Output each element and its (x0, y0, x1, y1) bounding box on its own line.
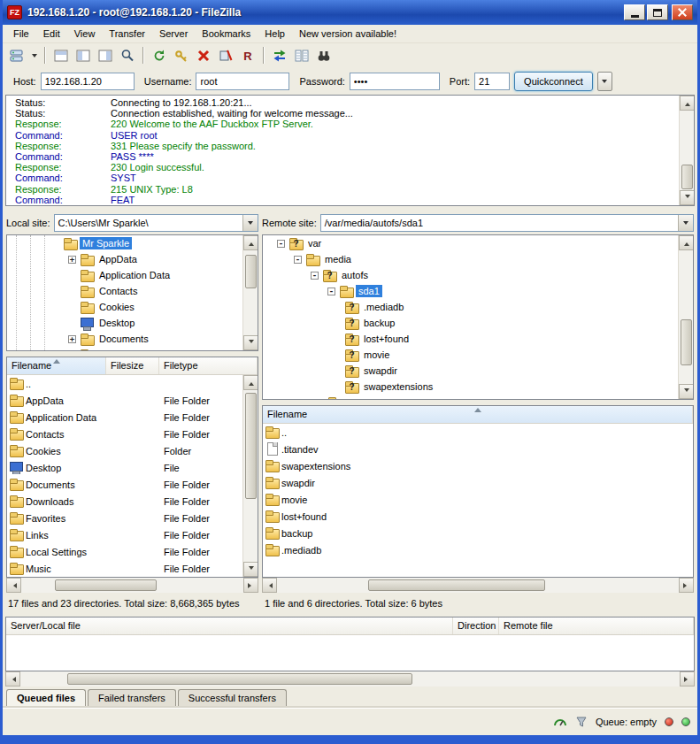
local-list-hscrollbar[interactable] (6, 578, 258, 593)
quickconnect-dropdown[interactable] (597, 72, 612, 91)
file-row[interactable]: swapdir (263, 474, 693, 491)
local-site-combobox[interactable]: C:\Users\Mr Sparkle\ (54, 214, 258, 232)
column-header-direction[interactable]: Direction (453, 617, 499, 634)
scroll-down-button[interactable] (679, 384, 694, 399)
process-queue-button[interactable] (171, 45, 192, 65)
file-row[interactable]: MusicFile Folder (7, 560, 258, 577)
menu-file[interactable]: File (6, 26, 36, 42)
column-header-filename[interactable]: Filename (263, 406, 693, 423)
file-row[interactable]: movie (263, 491, 693, 508)
menu-bookmarks[interactable]: Bookmarks (195, 26, 258, 42)
tree-item[interactable]: backup (263, 315, 693, 331)
file-row[interactable]: Local SettingsFile Folder (7, 543, 258, 560)
tree-item[interactable]: swapdir (263, 363, 693, 379)
local-tree-vscrollbar[interactable] (242, 235, 258, 350)
toggle-message-log-button[interactable] (50, 45, 72, 65)
filter-icon[interactable] (575, 716, 588, 728)
combo-dropdown-button[interactable] (678, 215, 693, 231)
scroll-left-button[interactable] (262, 578, 277, 593)
tree-item[interactable]: Contacts (7, 283, 258, 299)
scrollbar-thumb[interactable] (681, 165, 693, 189)
tree-item[interactable]: .mediadb (263, 299, 693, 315)
expander-icon[interactable]: - (277, 240, 285, 248)
scrollbar-thumb[interactable] (67, 673, 412, 685)
tab-successful-transfers[interactable]: Successful transfers (178, 689, 287, 707)
disconnect-button[interactable] (215, 45, 236, 65)
maximize-button[interactable] (647, 4, 668, 20)
menu-transfer[interactable]: Transfer (102, 26, 152, 42)
username-input[interactable] (196, 73, 289, 90)
scroll-up-button[interactable] (679, 235, 694, 250)
password-input[interactable] (350, 73, 440, 90)
column-header-filename[interactable]: Filename (7, 357, 106, 374)
scroll-down-button[interactable] (243, 335, 258, 350)
file-row[interactable]: CookiesFolder (7, 442, 258, 459)
column-header-filetype[interactable]: Filetype (159, 357, 258, 374)
quickconnect-button[interactable]: Quickconnect (514, 72, 593, 91)
host-input[interactable] (41, 73, 135, 90)
tree-item[interactable]: -media (263, 251, 693, 267)
menu-help[interactable]: Help (258, 26, 292, 42)
find-files-button[interactable] (313, 45, 335, 65)
file-row[interactable]: .. (263, 424, 693, 441)
expander-icon[interactable]: - (311, 272, 319, 280)
tab-failed-transfers[interactable]: Failed transfers (88, 689, 176, 707)
remote-tree-vscrollbar[interactable] (678, 235, 693, 399)
cancel-button[interactable] (193, 45, 214, 65)
tree-item[interactable]: Desktop (7, 315, 258, 331)
expander-icon[interactable]: + (68, 335, 76, 343)
file-row[interactable]: backup (263, 525, 693, 541)
scroll-left-button[interactable] (5, 671, 20, 686)
remote-site-combobox[interactable]: /var/media/autofs/sda1 (320, 214, 694, 232)
expander-icon[interactable]: - (327, 288, 335, 295)
file-row[interactable]: LinksFile Folder (7, 526, 258, 543)
tree-item[interactable]: +Downloads (7, 347, 258, 351)
scroll-down-button[interactable] (243, 562, 258, 577)
menu-edit[interactable]: Edit (36, 26, 67, 42)
speed-limits-icon[interactable] (553, 716, 567, 728)
minimize-button[interactable] (624, 4, 645, 20)
toggle-local-tree-button[interactable] (73, 45, 94, 65)
file-row[interactable]: DownloadsFile Folder (7, 493, 258, 510)
expander-icon[interactable]: + (68, 256, 76, 264)
file-row[interactable]: lost+found (263, 508, 693, 525)
menu-view[interactable]: View (67, 26, 103, 42)
combo-dropdown-button[interactable] (242, 215, 258, 231)
synchronized-browsing-button[interactable] (269, 45, 290, 65)
file-row[interactable]: .mediadb (263, 541, 693, 558)
refresh-button[interactable] (149, 45, 170, 65)
scrollbar-thumb[interactable] (681, 319, 692, 365)
file-row[interactable]: DocumentsFile Folder (7, 476, 258, 493)
file-row[interactable]: Application DataFile Folder (7, 409, 258, 426)
column-header-remote-file[interactable]: Remote file (499, 617, 694, 634)
tree-item[interactable]: swapextensions (263, 379, 693, 395)
file-row[interactable]: .. (7, 375, 258, 392)
close-button[interactable] (672, 4, 693, 20)
scroll-down-button[interactable] (680, 190, 695, 205)
local-list-vscrollbar[interactable] (242, 375, 258, 577)
menu-new-version[interactable]: New version available! (292, 26, 404, 42)
scroll-right-button[interactable] (243, 578, 258, 593)
file-row[interactable]: swapextensions (263, 457, 693, 474)
tree-item[interactable]: Mr Sparkle (7, 235, 258, 251)
column-header-server-local-file[interactable]: Server/Local file (6, 617, 453, 634)
toggle-transfer-queue-button[interactable] (117, 45, 138, 65)
tree-item[interactable]: Application Data (7, 267, 258, 283)
remote-list-hscrollbar[interactable] (262, 578, 694, 593)
tree-item[interactable]: -autofs (263, 267, 693, 283)
column-header-filesize[interactable]: Filesize (106, 357, 159, 374)
file-row[interactable]: FavoritesFile Folder (7, 510, 258, 526)
scroll-right-button[interactable] (680, 671, 695, 686)
tree-item[interactable]: +AppData (7, 251, 258, 267)
directory-comparison-button[interactable] (291, 45, 312, 65)
scroll-up-button[interactable] (243, 235, 258, 250)
title-bar[interactable]: FZ 192.168.1.20 - root@192.168.1.20 - Fi… (3, 0, 697, 25)
toggle-remote-tree-button[interactable] (95, 45, 116, 65)
log-vscrollbar[interactable] (679, 96, 694, 205)
tree-item[interactable]: dvd (263, 395, 693, 400)
file-row[interactable]: ContactsFile Folder (7, 426, 258, 442)
scrollbar-thumb[interactable] (245, 393, 257, 499)
tree-item[interactable]: lost+found (263, 331, 693, 347)
scrollbar-thumb[interactable] (368, 579, 545, 591)
tab-queued-files[interactable]: Queued files (6, 689, 86, 707)
